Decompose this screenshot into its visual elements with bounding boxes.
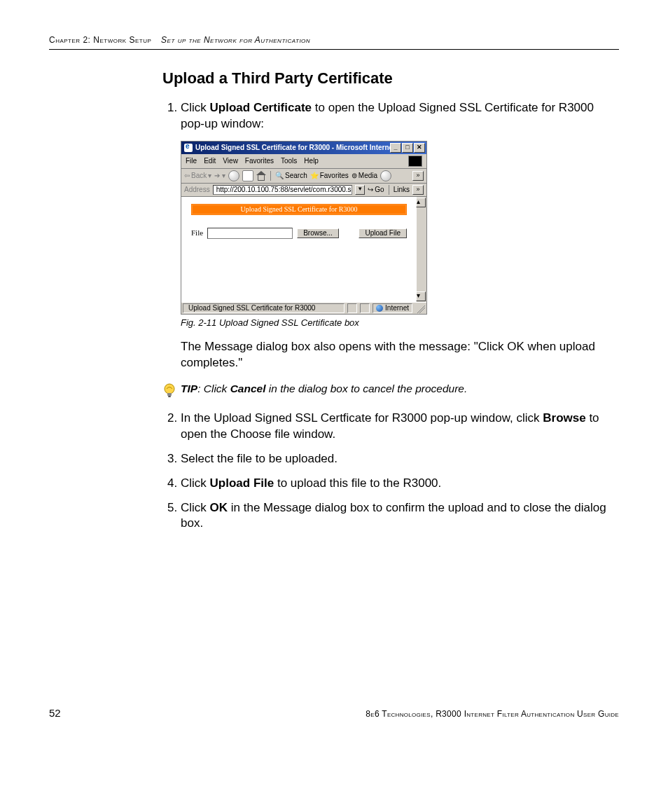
- file-row: File Browse... Upload File: [188, 228, 410, 239]
- browse-button[interactable]: Browse...: [297, 228, 339, 238]
- media-button[interactable]: ⊚Media: [352, 172, 377, 179]
- message-paragraph: The Message dialog box also opens with t…: [181, 339, 619, 371]
- titlebar: Upload Signed SSL Certificate for R3000 …: [181, 142, 426, 154]
- tip-text: TIP: Click Cancel in the dialog box to c…: [181, 383, 467, 395]
- figure-caption: Fig. 2-11 Upload Signed SSL Certificate …: [181, 317, 619, 328]
- file-label: File: [191, 229, 203, 237]
- step-2: In the Upload Signed SSL Certficate for …: [181, 411, 619, 443]
- svg-point-0: [165, 384, 174, 394]
- address-text: http://200.10.100.75:88/servlet/com.r300…: [216, 186, 353, 193]
- resize-grip[interactable]: [415, 303, 425, 313]
- menu-tools[interactable]: Tools: [281, 158, 297, 165]
- step-4: Click Upload File to upload this file to…: [181, 476, 619, 492]
- address-label: Address: [184, 186, 210, 193]
- go-button[interactable]: ↪Go: [368, 186, 384, 193]
- links-overflow[interactable]: »: [412, 185, 424, 195]
- status-bar: Upload Signed SSL Certificate for R3000 …: [181, 302, 426, 314]
- chapter-label: Chapter 2: Network Setup: [49, 35, 151, 45]
- upload-file-button[interactable]: Upload File: [359, 228, 407, 238]
- close-button[interactable]: ✕: [414, 143, 425, 153]
- tip-row: TIP: Click Cancel in the dialog box to c…: [162, 383, 619, 402]
- address-input[interactable]: http://200.10.100.75:88/servlet/com.r300…: [213, 185, 353, 195]
- menu-edit[interactable]: Edit: [204, 158, 216, 165]
- toolbar: ⇦ Back ▾ ➔ ▾ 🔍Search ⭐Favorites ⊚Media »: [181, 169, 426, 184]
- section-label: Set up the Network for Authentication: [161, 35, 310, 45]
- menu-help[interactable]: Help: [304, 158, 319, 165]
- svg-rect-1: [167, 393, 172, 396]
- menu-view[interactable]: View: [223, 158, 238, 165]
- forward-button[interactable]: ➔ ▾: [214, 172, 225, 179]
- scroll-down[interactable]: ▾: [416, 291, 426, 301]
- home-icon[interactable]: [256, 171, 266, 181]
- upload-banner: Upload Signed SSL Certificate for R3000: [191, 204, 407, 215]
- search-button[interactable]: 🔍Search: [275, 172, 307, 179]
- status-seg-2: [360, 303, 370, 313]
- back-button[interactable]: ⇦ Back ▾: [184, 172, 211, 179]
- maximize-button[interactable]: □: [402, 143, 413, 153]
- globe-icon: [376, 305, 383, 312]
- links-label[interactable]: Links: [394, 186, 410, 193]
- steps-list-rest: In the Upload Signed SSL Certficate for …: [181, 411, 619, 532]
- page-footer: 52 8e6 Technologies, R3000 Internet Filt…: [49, 707, 619, 719]
- ie-icon: [184, 144, 193, 152]
- status-seg-1: [347, 303, 357, 313]
- address-dropdown[interactable]: ▼: [355, 185, 365, 195]
- menu-favorites[interactable]: Favorites: [245, 158, 274, 165]
- toolbar-overflow[interactable]: »: [412, 171, 424, 181]
- security-zone: Internet: [373, 303, 412, 313]
- file-input[interactable]: [207, 228, 293, 239]
- step-3: Select the file to be uploaded.: [181, 451, 619, 467]
- status-text: Upload Signed SSL Certificate for R3000: [183, 303, 345, 313]
- step-1: Click Upload Certificate to open the Upl…: [181, 100, 619, 132]
- history-icon[interactable]: [380, 170, 391, 181]
- step-5: Click OK in the Message dialog box to co…: [181, 500, 619, 532]
- scroll-up[interactable]: ▴: [416, 198, 426, 207]
- menu-file[interactable]: File: [186, 158, 197, 165]
- content-area: Upload a Third Party Certificate Click U…: [162, 69, 619, 532]
- client-area: ▴ ▾ Upload Signed SSL Certificate for R3…: [181, 197, 426, 302]
- running-header: Chapter 2: Network Setup Set up the Netw…: [49, 35, 619, 50]
- steps-list-top: Click Upload Certificate to open the Upl…: [181, 100, 619, 132]
- menu-bar: File Edit View Favorites Tools Help: [181, 154, 426, 169]
- window-title: Upload Signed SSL Certificate for R3000 …: [195, 144, 390, 151]
- toolbar-separator: [270, 171, 271, 181]
- refresh-icon[interactable]: [242, 170, 253, 181]
- page-number: 52: [49, 707, 61, 719]
- lightbulb-icon: [162, 383, 178, 402]
- page-title: Upload a Third Party Certificate: [162, 69, 619, 88]
- svg-rect-2: [168, 396, 171, 397]
- throbber-icon: [408, 156, 422, 167]
- ie-window: Upload Signed SSL Certificate for R3000 …: [181, 141, 427, 315]
- minimize-button[interactable]: _: [390, 143, 401, 153]
- guide-title: 8e6 Technologies, R3000 Internet Filter …: [366, 709, 619, 719]
- address-bar: Address http://200.10.100.75:88/servlet/…: [181, 184, 426, 197]
- stop-icon[interactable]: [228, 170, 239, 181]
- favorites-button[interactable]: ⭐Favorites: [310, 172, 349, 179]
